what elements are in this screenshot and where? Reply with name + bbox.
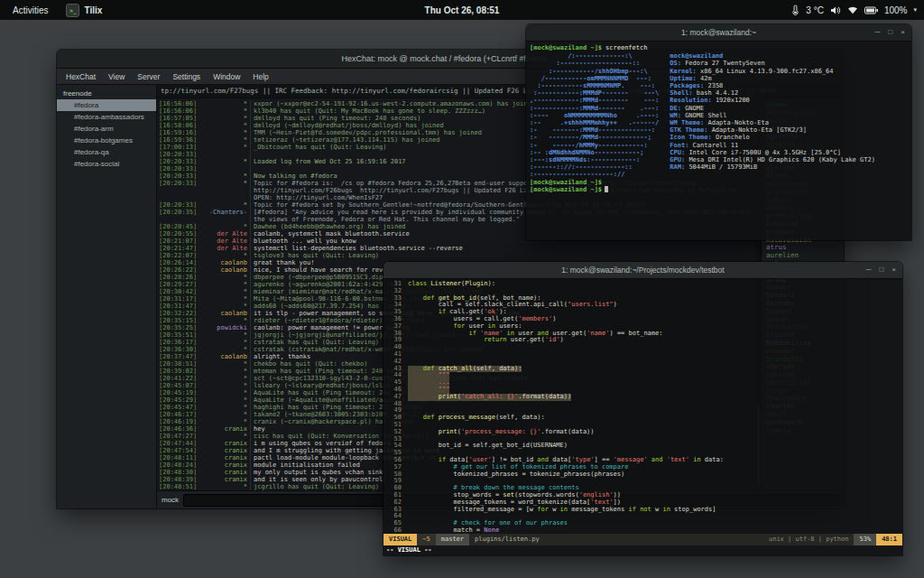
code-area: 31class Listener(Plugin):3233 def get_bo…: [383, 279, 902, 534]
clock[interactable]: Thu Oct 26, 08:51: [425, 5, 500, 15]
menu-window[interactable]: Window: [208, 71, 245, 82]
network-row-freenode[interactable]: freenode: [57, 88, 156, 99]
terminal2-titlebar[interactable]: 1: mock@swaziland:~/Projects/mockdev/tes…: [383, 262, 902, 279]
channel-tree: freenode#fedora#fedora-ambassadors#fedor…: [57, 85, 157, 508]
screenfetch-info-line: WM: GNOME Shell: [670, 112, 875, 119]
maximize-icon[interactable]: □: [879, 266, 883, 274]
screenfetch-info-line: RAM: 5044MiB / 15793MiB: [670, 163, 875, 171]
top-bar: Activities >_ Tilix Thu Oct 26, 08:51 3 …: [0, 0, 924, 20]
terminal-vim-window: 1: mock@swaziland:~/Projects/mockdev/tes…: [383, 262, 902, 555]
statusline-segment: ~5: [417, 534, 435, 545]
screenfetch-info-line: Resolution: 1920x1200: [670, 97, 875, 104]
code-line: 48: [385, 401, 902, 408]
channel-tab-fedora-social[interactable]: #fedora-social: [57, 158, 156, 170]
screenfetch-info-line: Font: Cantarell 11: [670, 142, 875, 149]
code-line: 39 return user.get('id'): [385, 337, 902, 344]
shell-prompt: [mock@swaziland ~]$: [530, 179, 908, 186]
terminal2-title: 1: mock@swaziland:~/Projects/mockdev/tes…: [561, 266, 724, 275]
code-line: 44 """: [385, 372, 902, 379]
screenfetch-info-line: mock@swaziland: [670, 52, 875, 60]
screenfetch-info-line: CPU: Intel Core i7-7500U @ 4x 3.5GHz [25…: [670, 149, 875, 156]
battery-percentage: 100%: [884, 5, 908, 15]
terminal1-titlebar[interactable]: 1: mock@swaziland:~ ─ □ ×: [526, 24, 911, 42]
screenfetch-info-line: DE: GNOME: [670, 105, 875, 112]
statusline-segment: master: [436, 534, 469, 545]
system-status-area[interactable]: 3 °C 100% ▾: [791, 0, 917, 20]
screenfetch-info-line: GPU: Mesa DRI Intel(R) HD Graphics 620 (…: [670, 156, 875, 163]
terminal-screenfetch-window: 1: mock@swaziland:~ ─ □ × [mock@swazilan…: [526, 24, 911, 240]
network-icon: [847, 5, 858, 14]
code-line: 45 ...: [385, 379, 902, 387]
code-line: 43 def catch_all(self, data):: [385, 366, 902, 373]
terminal1-title: 1: mock@swaziland:~: [681, 28, 756, 37]
screenfetch-info-line: Uptime: 42m: [670, 75, 875, 82]
code-line: 54 bot_id = self.get_bot_id(USERNAME): [385, 443, 902, 450]
statusline-segment: 53%: [854, 534, 876, 545]
close-icon[interactable]: ×: [901, 29, 905, 36]
code-line: 63 filtered_message = [w for w in messag…: [385, 507, 902, 514]
code-line: 58 tokenized_phrases = tokenize_phrases(…: [385, 471, 902, 479]
maximize-icon[interactable]: □: [888, 29, 892, 36]
channel-tab-fedora-qa[interactable]: #fedora-qa: [57, 146, 156, 158]
statusline-segment: plugins/listen.py: [469, 534, 763, 545]
chat-message: [20:22:07]*tsglove3 has quit (Quit: Leav…: [159, 252, 756, 259]
shell-command-line: [mock@swaziland ~]$screenfetch: [530, 44, 908, 51]
screenfetch-info-line: WM Theme: Adapta-Nokto-Eta: [670, 119, 875, 126]
screenfetch-info-line: Kernel: x86_64 Linux 4.13.9-300.fc27.x86…: [670, 68, 875, 75]
screenfetch-info: mock@swazilandOS: Fedora 27 TwentySevenK…: [670, 52, 875, 178]
menu-settings[interactable]: Settings: [167, 71, 206, 82]
menu-help[interactable]: Help: [247, 71, 273, 82]
fedora-ascii-art: /:-------------:\ :-------------------::…: [530, 52, 659, 178]
code-line: 40: [385, 344, 902, 351]
chevron-down-icon[interactable]: ▾: [913, 6, 917, 14]
terminal2-content[interactable]: 31class Listener(Plugin):3233 def get_bo…: [383, 279, 902, 555]
desktop: Activities >_ Tilix Thu Oct 26, 08:51 3 …: [0, 0, 924, 578]
close-icon[interactable]: ×: [892, 266, 896, 274]
focused-app-name: Tilix: [84, 5, 102, 15]
channel-tab-fedora[interactable]: #fedora: [57, 99, 156, 111]
vim-mode-indicator: -- VISUAL --: [383, 545, 902, 555]
vim-statusline: VISUAL~5masterplugins/listen.pyunix | ut…: [383, 534, 902, 545]
own-nick-label: mock: [162, 496, 179, 504]
menu-server[interactable]: Server: [132, 71, 165, 82]
terminal-cursor: [605, 186, 608, 192]
chat-message: [20:21:47]der Altesystemctl list-depende…: [159, 245, 756, 252]
shell-prompt-active: [mock@swaziland ~]$: [530, 186, 908, 193]
channel-tab-fedora-ambassadors[interactable]: #fedora-ambassadors: [57, 111, 156, 123]
code-line: 31class Listener(Plugin):: [385, 281, 902, 288]
statusline-segment: unix | utf-8 | python: [763, 534, 855, 545]
thermometer-icon: [791, 5, 799, 15]
focused-app-indicator[interactable]: >_ Tilix: [66, 4, 102, 17]
temperature-reading: 3 °C: [806, 5, 824, 15]
statusline-segment: VISUAL: [383, 534, 417, 545]
screenfetch-info-line: Icon Theme: Oranchelo: [670, 134, 875, 141]
screenfetch-info-line: OS: Fedora 27 TwentySeven: [670, 60, 875, 67]
terminal1-content[interactable]: [mock@swaziland ~]$screenfetch /:-------…: [526, 42, 911, 240]
code-line: 52 print('process_message: {}'.format(da…: [385, 429, 902, 436]
statusline-segment: 48:1: [876, 534, 902, 545]
code-line: 47 print('catch_all: {}'.format(data)): [385, 394, 902, 401]
minimize-icon[interactable]: ─: [875, 29, 881, 36]
volume-icon: [830, 5, 841, 15]
channel-tab-fedora-arm[interactable]: #fedora-arm: [57, 123, 156, 135]
screenfetch-info-line: GTK Theme: Adapta-Nokto-Eta [GTK2/3]: [670, 126, 875, 134]
activities-button[interactable]: Activities: [9, 5, 51, 15]
menu-hexchat[interactable]: HexChat: [60, 71, 101, 82]
screenfetch-info-line: Shell: bash 4.4.12: [670, 89, 875, 97]
battery-icon: [864, 6, 878, 14]
screenfetch-info-line: Packages: 2358: [670, 82, 875, 89]
code-line: 66 match = None: [385, 527, 902, 534]
code-line: 50 def process_message(self, data):: [385, 415, 902, 422]
code-line: 41: [385, 351, 902, 359]
tilix-icon: >_: [66, 4, 79, 17]
minimize-icon[interactable]: ─: [866, 266, 872, 274]
channel-tab-fedora-botgames[interactable]: #fedora-botgames: [57, 135, 156, 146]
menu-view[interactable]: View: [103, 71, 130, 82]
